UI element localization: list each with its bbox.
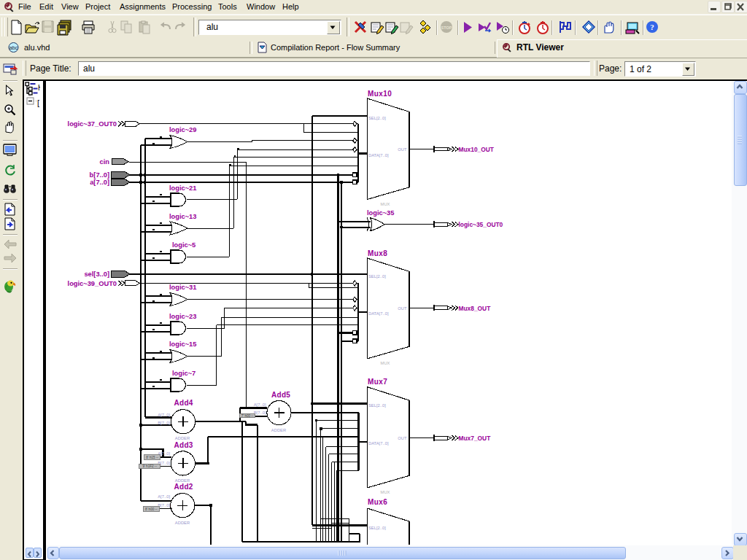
svg-text:MUX: MUX [381,202,390,206]
svg-text:9' h1F2 --: 9' h1F2 -- [142,464,157,468]
svg-text:SEL[2..0]: SEL[2..0] [368,274,386,279]
svg-text:ADDER: ADDER [175,478,190,483]
svg-text:8' h00 --: 8' h00 -- [145,508,158,511]
svg-text:logic~35_OUT0: logic~35_OUT0 [459,221,503,228]
svg-text:B[7..0]: B[7..0] [254,411,266,415]
svg-text:logic~35: logic~35 [367,209,394,217]
svg-text:MUX: MUX [381,490,390,494]
svg-text:H: H [38,84,40,92]
svg-text:Mux6: Mux6 [368,498,387,506]
svg-text:ADDER: ADDER [175,436,190,440]
svg-text:Add5: Add5 [271,391,290,399]
svg-text:logic~7: logic~7 [172,370,196,377]
svg-text:logic~23: logic~23 [169,313,196,320]
svg-text:abc: abc [9,45,18,50]
svg-text:b[7..0]: b[7..0] [90,171,109,179]
svg-text:OUT: OUT [398,436,407,440]
svg-text:DATA[7..0]: DATA[7..0] [368,153,389,158]
svg-text:8' h15 --: 8' h15 -- [146,456,158,459]
svg-text:logic~29: logic~29 [169,126,196,133]
svg-text:Add4: Add4 [174,399,193,407]
svg-text:7' h00 --: 7' h00 -- [241,414,254,418]
svg-text:a[7..0]: a[7..0] [90,179,109,186]
svg-text:OUT: OUT [398,147,407,152]
svg-text:SEL[2..0]: SEL[2..0] [368,403,386,408]
svg-text:A[7..0]: A[7..0] [158,494,170,499]
svg-text:Mux7: Mux7 [368,378,387,386]
svg-text:SEL[2..0]: SEL[2..0] [368,116,386,120]
svg-text:logic~31: logic~31 [169,284,196,291]
svg-text:ADDER: ADDER [175,521,190,525]
svg-text:[: [ [37,98,39,107]
svg-text:Add2: Add2 [174,483,193,491]
svg-text:Mux10_OUT: Mux10_OUT [459,146,495,153]
svg-text:MUX: MUX [381,361,390,365]
svg-text:SEL[2..0]: SEL[2..0] [368,526,386,530]
svg-text:DATA[7..0]: DATA[7..0] [368,311,389,316]
svg-text:cin: cin [100,158,110,166]
svg-text:logic~21: logic~21 [169,184,196,192]
svg-text:DATA[7..0]: DATA[7..0] [368,441,389,446]
svg-text:B[7..0]: B[7..0] [158,421,170,425]
svg-text:Add3: Add3 [174,441,193,449]
svg-text:logic~5: logic~5 [172,241,196,249]
svg-text:A[7..0]: A[7..0] [254,402,266,407]
svg-text:logic~15: logic~15 [169,341,196,348]
svg-text:logic~37_OUT0: logic~37_OUT0 [68,120,117,128]
svg-text:Mux10: Mux10 [368,90,392,98]
svg-text:sel[3..0]: sel[3..0] [84,271,109,278]
svg-text:ADDER: ADDER [271,428,286,432]
svg-text:logic~13: logic~13 [169,213,196,220]
svg-text:logic~39_OUT0: logic~39_OUT0 [68,280,117,287]
svg-text:A[7..0]: A[7..0] [158,413,170,417]
svg-text:Mux8: Mux8 [368,249,387,257]
svg-text:Mux8_OUT: Mux8_OUT [459,305,492,312]
svg-text:Mux7_OUT: Mux7_OUT [459,435,492,442]
svg-text:STOP: STOP [441,26,452,30]
svg-text:?: ? [650,23,654,31]
svg-text:OUT: OUT [398,306,407,311]
